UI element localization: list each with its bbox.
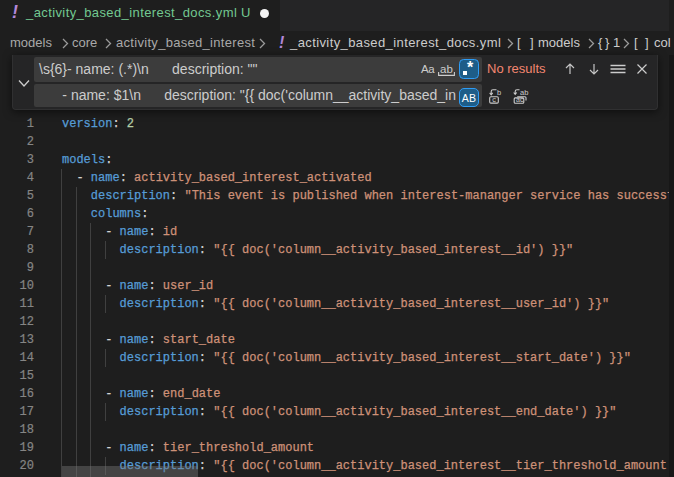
svg-text:b: b xyxy=(497,88,501,97)
svg-text:ac: ac xyxy=(516,96,524,103)
svg-text:c: c xyxy=(492,95,496,104)
